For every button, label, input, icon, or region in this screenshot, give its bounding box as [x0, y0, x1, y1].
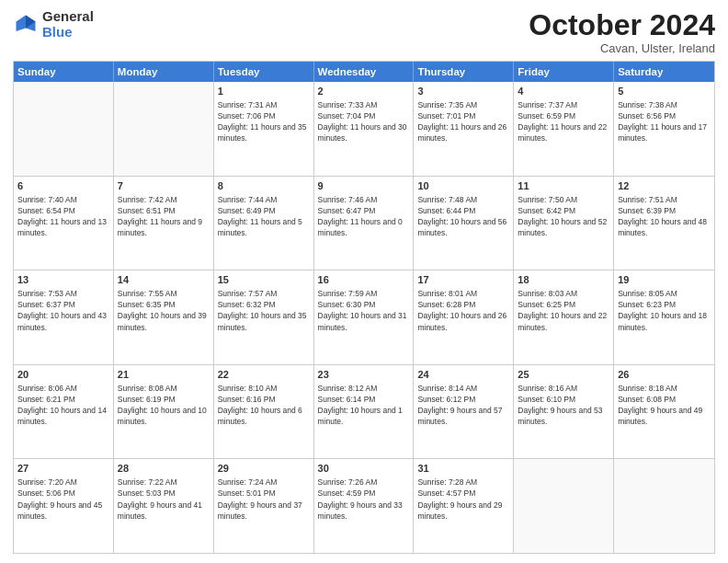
daylight: Daylight: 11 hours and 30 minutes.: [318, 122, 407, 143]
calendar-cell: 1 Sunrise: 7:31 AM Sunset: 7:06 PM Dayli…: [214, 82, 314, 176]
calendar-body: 1 Sunrise: 7:31 AM Sunset: 7:06 PM Dayli…: [14, 82, 714, 553]
calendar-cell: 20 Sunrise: 8:06 AM Sunset: 6:21 PM Dayl…: [14, 365, 114, 459]
day-number: 27: [17, 462, 109, 476]
sunset: Sunset: 6:30 PM: [318, 300, 376, 309]
sunrise: Sunrise: 8:16 AM: [518, 384, 577, 393]
header: General Blue October 2024 Cavan, Ulster,…: [13, 9, 715, 55]
sunset: Sunset: 6:54 PM: [17, 206, 75, 215]
calendar-row: 27 Sunrise: 7:20 AM Sunset: 5:06 PM Dayl…: [14, 459, 714, 553]
day-number: 18: [518, 273, 609, 287]
sunrise: Sunrise: 7:38 AM: [618, 100, 677, 109]
daylight: Daylight: 10 hours and 48 minutes.: [618, 217, 707, 237]
calendar-cell: 29 Sunrise: 7:24 AM Sunset: 5:01 PM Dayl…: [214, 459, 314, 553]
calendar-cell: 21 Sunrise: 8:08 AM Sunset: 6:19 PM Dayl…: [114, 365, 214, 459]
sunset: Sunset: 5:03 PM: [118, 488, 176, 498]
logo: General Blue: [13, 9, 94, 40]
day-number: 15: [218, 273, 310, 287]
sunset: Sunset: 6:16 PM: [218, 395, 276, 404]
calendar-cell: 30 Sunrise: 7:26 AM Sunset: 4:59 PM Dayl…: [314, 459, 415, 553]
sunrise: Sunrise: 7:24 AM: [218, 477, 278, 487]
sunrise: Sunrise: 7:46 AM: [318, 195, 378, 204]
daylight: Daylight: 9 hours and 33 minutes.: [318, 500, 403, 521]
sunset: Sunset: 6:23 PM: [618, 300, 676, 309]
daylight: Daylight: 10 hours and 43 minutes.: [17, 311, 107, 331]
sunrise: Sunrise: 7:20 AM: [17, 477, 77, 487]
daylight: Daylight: 11 hours and 17 minutes.: [618, 122, 707, 143]
sunrise: Sunrise: 7:44 AM: [218, 195, 278, 204]
sunset: Sunset: 6:08 PM: [618, 395, 676, 404]
day-number: 30: [318, 462, 410, 476]
daylight: Daylight: 10 hours and 26 minutes.: [417, 311, 506, 331]
sunset: Sunset: 6:14 PM: [318, 395, 376, 404]
sunrise: Sunrise: 7:22 AM: [118, 477, 177, 487]
sunset: Sunset: 6:28 PM: [417, 300, 475, 309]
daylight: Daylight: 10 hours and 35 minutes.: [218, 311, 307, 331]
sunset: Sunset: 6:47 PM: [318, 206, 376, 215]
sunrise: Sunrise: 8:03 AM: [518, 289, 577, 298]
calendar-cell: 31 Sunrise: 7:28 AM Sunset: 4:57 PM Dayl…: [414, 459, 514, 553]
sunrise: Sunrise: 7:53 AM: [17, 289, 77, 298]
day-number: 13: [17, 273, 109, 287]
calendar-cell: 6 Sunrise: 7:40 AM Sunset: 6:54 PM Dayli…: [14, 177, 114, 270]
calendar-cell: 27 Sunrise: 7:20 AM Sunset: 5:06 PM Dayl…: [14, 459, 114, 553]
calendar-cell: 4 Sunrise: 7:37 AM Sunset: 6:59 PM Dayli…: [514, 82, 614, 176]
daylight: Daylight: 10 hours and 31 minutes.: [318, 311, 407, 331]
sunset: Sunset: 7:06 PM: [218, 111, 276, 121]
sunrise: Sunrise: 8:14 AM: [417, 384, 477, 393]
sunrise: Sunrise: 8:05 AM: [618, 289, 677, 298]
sunset: Sunset: 6:32 PM: [218, 300, 276, 309]
calendar-cell: 24 Sunrise: 8:14 AM Sunset: 6:12 PM Dayl…: [414, 365, 514, 459]
calendar-cell: [114, 82, 214, 176]
title-block: October 2024 Cavan, Ulster, Ireland: [529, 9, 715, 55]
weekday-header: Monday: [114, 62, 214, 82]
daylight: Daylight: 9 hours and 29 minutes.: [417, 500, 502, 521]
calendar-cell: 19 Sunrise: 8:05 AM Sunset: 6:23 PM Dayl…: [614, 270, 714, 364]
calendar-cell: 26 Sunrise: 8:18 AM Sunset: 6:08 PM Dayl…: [614, 365, 714, 459]
sunrise: Sunrise: 7:35 AM: [417, 100, 477, 109]
weekday-header: Saturday: [614, 62, 714, 82]
sunrise: Sunrise: 7:59 AM: [318, 289, 378, 298]
sunset: Sunset: 6:12 PM: [417, 395, 475, 404]
calendar-cell: 18 Sunrise: 8:03 AM Sunset: 6:25 PM Dayl…: [514, 270, 614, 364]
daylight: Daylight: 9 hours and 41 minutes.: [118, 500, 202, 521]
daylight: Daylight: 11 hours and 26 minutes.: [417, 122, 506, 143]
sunset: Sunset: 4:57 PM: [417, 488, 475, 498]
daylight: Daylight: 10 hours and 18 minutes.: [618, 311, 707, 331]
day-number: 3: [417, 85, 509, 98]
daylight: Daylight: 11 hours and 0 minutes.: [318, 217, 403, 237]
day-number: 9: [318, 179, 410, 193]
day-number: 5: [618, 85, 711, 98]
daylight: Daylight: 10 hours and 6 minutes.: [218, 406, 302, 426]
sunrise: Sunrise: 7:55 AM: [118, 289, 177, 298]
sunset: Sunset: 5:06 PM: [17, 488, 75, 498]
logo-blue: Blue: [42, 24, 73, 40]
day-number: 26: [618, 368, 711, 382]
calendar-cell: 3 Sunrise: 7:35 AM Sunset: 7:01 PM Dayli…: [414, 82, 514, 176]
calendar-cell: [14, 82, 114, 176]
day-number: 1: [218, 85, 310, 98]
sunset: Sunset: 6:35 PM: [118, 300, 176, 309]
sunrise: Sunrise: 7:28 AM: [417, 477, 477, 487]
calendar-cell: 8 Sunrise: 7:44 AM Sunset: 6:49 PM Dayli…: [214, 177, 314, 270]
daylight: Daylight: 10 hours and 52 minutes.: [518, 217, 607, 237]
day-number: 24: [417, 368, 509, 382]
day-number: 17: [417, 273, 509, 287]
calendar-cell: 9 Sunrise: 7:46 AM Sunset: 6:47 PM Dayli…: [314, 177, 415, 270]
sunset: Sunset: 6:51 PM: [118, 206, 176, 215]
calendar-row: 1 Sunrise: 7:31 AM Sunset: 7:06 PM Dayli…: [14, 82, 714, 177]
sunrise: Sunrise: 8:08 AM: [118, 384, 177, 393]
weekday-header: Friday: [514, 62, 614, 82]
sunrise: Sunrise: 8:12 AM: [318, 384, 378, 393]
sunrise: Sunrise: 7:40 AM: [17, 195, 77, 204]
sunset: Sunset: 7:01 PM: [417, 111, 475, 121]
day-number: 2: [318, 85, 410, 98]
sunset: Sunset: 6:25 PM: [518, 300, 575, 309]
sunset: Sunset: 6:19 PM: [118, 395, 176, 404]
sunrise: Sunrise: 8:06 AM: [17, 384, 77, 393]
weekday-header: Sunday: [14, 62, 114, 82]
sunset: Sunset: 6:37 PM: [17, 300, 75, 309]
calendar-cell: 5 Sunrise: 7:38 AM Sunset: 6:56 PM Dayli…: [614, 82, 714, 176]
daylight: Daylight: 11 hours and 35 minutes.: [218, 122, 307, 143]
daylight: Daylight: 10 hours and 39 minutes.: [118, 311, 207, 331]
sunrise: Sunrise: 7:37 AM: [518, 100, 577, 109]
